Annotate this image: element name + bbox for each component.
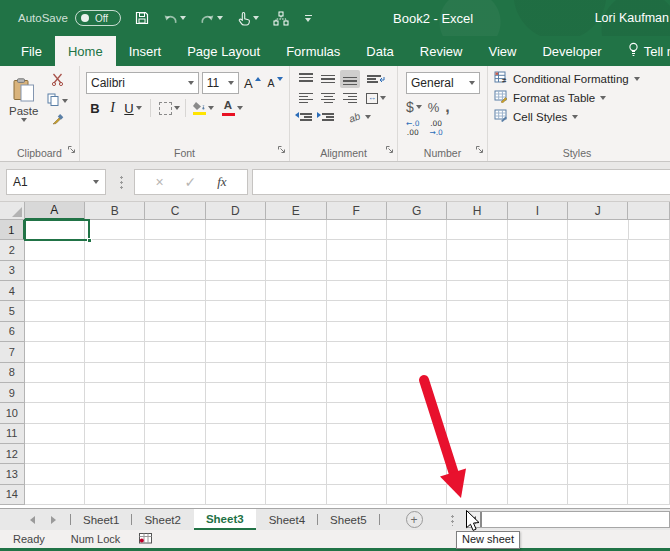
alignment-dialog-launcher[interactable] [385, 140, 394, 158]
cell-g2[interactable] [387, 240, 447, 260]
cell-i10[interactable] [508, 403, 568, 423]
cell-d3[interactable] [206, 261, 266, 281]
conditional-formatting-dropdown-icon[interactable] [634, 77, 640, 81]
cell-a1[interactable] [25, 220, 85, 240]
increase-indent-button[interactable] [318, 108, 338, 126]
clipboard-dialog-launcher[interactable] [67, 140, 76, 158]
cell-i8[interactable] [508, 363, 568, 383]
cell-c13[interactable] [145, 464, 205, 484]
merge-center-dropdown-icon[interactable] [380, 96, 386, 100]
formula-bar-splitter[interactable] [120, 175, 123, 189]
merge-center-button[interactable]: ↔ [366, 89, 386, 107]
font-dialog-launcher[interactable] [277, 140, 286, 158]
font-size-combo[interactable]: 11 [202, 72, 240, 94]
cell-h13[interactable] [447, 464, 507, 484]
cell-a12[interactable] [25, 444, 85, 464]
increase-decimal-button[interactable]: ←.0.00 [406, 120, 419, 137]
bold-button[interactable]: B [86, 101, 104, 116]
row-header-7[interactable]: 7 [0, 342, 25, 362]
cell-e10[interactable] [266, 403, 326, 423]
font-family-combo[interactable]: Calibri [86, 72, 199, 94]
cell-h7[interactable] [447, 342, 507, 362]
accounting-dropdown-icon[interactable] [416, 105, 422, 109]
cell-h1[interactable] [447, 220, 507, 240]
cell-i6[interactable] [508, 322, 568, 342]
insert-function-button[interactable]: fx [217, 174, 226, 190]
cell-h3[interactable] [447, 261, 507, 281]
sheet-tab-sheet1[interactable]: Sheet1 [71, 509, 131, 530]
cell-e11[interactable] [266, 424, 326, 444]
accounting-format-button[interactable]: $ [406, 99, 422, 115]
column-header-a[interactable]: A [25, 202, 85, 220]
cell-j5[interactable] [568, 301, 628, 321]
shrink-font-button[interactable]: A [265, 77, 285, 89]
cell-g11[interactable] [387, 424, 447, 444]
cell-f2[interactable] [327, 240, 387, 260]
cell-f7[interactable] [327, 342, 387, 362]
font-size-dropdown-icon[interactable] [228, 81, 234, 85]
cell-j2[interactable] [568, 240, 628, 260]
cell-h10[interactable] [447, 403, 507, 423]
cell-styles-dropdown-icon[interactable] [572, 115, 578, 119]
column-header-g[interactable]: G [387, 202, 447, 220]
fill-color-dropdown-icon[interactable] [208, 106, 214, 110]
column-header-d[interactable]: D [206, 202, 266, 220]
cell-h5[interactable] [447, 301, 507, 321]
cell-b6[interactable] [85, 322, 145, 342]
cell-i14[interactable] [508, 485, 568, 505]
cell-f4[interactable] [327, 281, 387, 301]
cell-c6[interactable] [145, 322, 205, 342]
column-header-f[interactable]: F [327, 202, 387, 220]
number-dialog-launcher[interactable] [475, 140, 484, 158]
cell-a3[interactable] [25, 261, 85, 281]
cell-j3[interactable] [568, 261, 628, 281]
cell-a7[interactable] [25, 342, 85, 362]
cut-button[interactable] [47, 73, 68, 89]
column-header-e[interactable]: E [266, 202, 326, 220]
row-header-2[interactable]: 2 [0, 240, 25, 260]
comma-style-button[interactable]: , [445, 98, 449, 116]
cell-c5[interactable] [145, 301, 205, 321]
cell-h11[interactable] [447, 424, 507, 444]
cell-c4[interactable] [145, 281, 205, 301]
cell-c3[interactable] [145, 261, 205, 281]
redo-button[interactable] [200, 12, 223, 25]
cell-j6[interactable] [568, 322, 628, 342]
cell-i9[interactable] [508, 383, 568, 403]
cell-g12[interactable] [387, 444, 447, 464]
cell-d12[interactable] [206, 444, 266, 464]
cell-a2[interactable] [25, 240, 85, 260]
row-header-14[interactable]: 14 [0, 485, 25, 505]
cell-b11[interactable] [85, 424, 145, 444]
column-header-j[interactable]: J [568, 202, 628, 220]
sheet-tab-sheet3[interactable]: Sheet3 [194, 509, 256, 530]
row-header-5[interactable]: 5 [0, 301, 25, 321]
cell-h2[interactable] [447, 240, 507, 260]
cell-j7[interactable] [568, 342, 628, 362]
cell-c7[interactable] [145, 342, 205, 362]
scroll-left-button[interactable] [467, 512, 482, 527]
cell-f1[interactable] [327, 220, 387, 240]
italic-button[interactable]: I [105, 100, 120, 116]
new-sheet-button[interactable]: + [406, 511, 423, 528]
macro-record-button[interactable] [138, 532, 153, 547]
horizontal-scrollbar[interactable] [466, 511, 670, 528]
cell-g3[interactable] [387, 261, 447, 281]
cell-e5[interactable] [266, 301, 326, 321]
orientation-button[interactable]: ab [350, 108, 370, 126]
row-header-13[interactable]: 13 [0, 464, 25, 484]
cell-d9[interactable] [206, 383, 266, 403]
cell-f12[interactable] [327, 444, 387, 464]
cell-h8[interactable] [447, 363, 507, 383]
cell-a6[interactable] [25, 322, 85, 342]
sheet-tab-sheet2[interactable]: Sheet2 [132, 509, 192, 530]
cell-f5[interactable] [327, 301, 387, 321]
cell-g7[interactable] [387, 342, 447, 362]
paste-dropdown-icon[interactable] [21, 118, 27, 122]
cell-i4[interactable] [508, 281, 568, 301]
grow-font-button[interactable]: A [242, 76, 262, 91]
autosave-toggle[interactable]: Off [75, 10, 121, 26]
cell-d1[interactable] [206, 220, 266, 240]
wrap-text-button[interactable] [366, 70, 386, 88]
cell-d10[interactable] [206, 403, 266, 423]
